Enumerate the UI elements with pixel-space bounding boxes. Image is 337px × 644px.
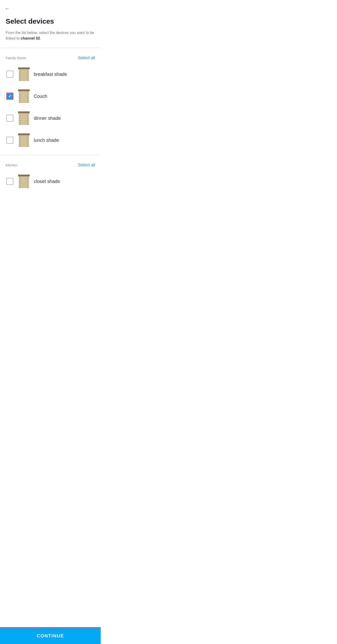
back-arrow-icon: ←: [5, 6, 10, 12]
shade-icon: [18, 174, 30, 188]
shade-icon: [18, 68, 30, 81]
closet-shade-checkbox[interactable]: [6, 177, 14, 186]
device-name: breakfast shade: [34, 72, 67, 77]
list-item: lunch shade: [5, 129, 96, 151]
shade-top: [18, 112, 30, 113]
divider-kitchen: [0, 155, 101, 155]
back-button[interactable]: ←: [0, 0, 101, 12]
kitchen-title: Kitchen: [6, 163, 17, 167]
shade-icon: [18, 134, 30, 147]
page-subtitle: From the list below, select the devices …: [6, 30, 95, 41]
shade-body: [19, 135, 29, 147]
channel-name: channel 02: [21, 36, 40, 40]
shade-body: [19, 176, 29, 188]
page-header: Select devices From the list below, sele…: [0, 12, 101, 44]
section-family-room: Family Room Select all breakfast shade C: [0, 52, 101, 151]
family-room-select-all[interactable]: Select all: [78, 56, 95, 60]
list-item: Couch: [5, 85, 96, 107]
kitchen-header: Kitchen Select all: [5, 159, 96, 170]
list-item: breakfast shade: [5, 63, 96, 85]
shade-top: [18, 90, 30, 91]
content-area: Family Room Select all breakfast shade C: [0, 48, 101, 211]
shade-body: [19, 69, 29, 81]
couch-checkbox[interactable]: [6, 92, 14, 100]
device-name: lunch shade: [34, 138, 59, 143]
divider-top: [0, 48, 101, 48]
list-item: closet shade: [5, 170, 96, 192]
section-kitchen: Kitchen Select all closet shade: [0, 159, 101, 192]
checkbox-unchecked: [6, 71, 13, 78]
checkbox-unchecked: [6, 178, 13, 185]
shade-icon: [18, 112, 30, 125]
list-item: dinner shade: [5, 107, 96, 129]
subtitle-end: .: [40, 36, 41, 40]
lunch-shade-checkbox[interactable]: [6, 136, 14, 144]
family-room-header: Family Room Select all: [5, 52, 96, 63]
subtitle-text: From the list below, select the devices …: [6, 31, 94, 40]
kitchen-select-all[interactable]: Select all: [78, 163, 95, 168]
device-name: closet shade: [34, 179, 60, 184]
shade-top: [18, 134, 30, 135]
family-room-title: Family Room: [6, 56, 26, 60]
shade-body: [19, 91, 29, 103]
page-title: Select devices: [6, 17, 95, 25]
device-name: Couch: [34, 94, 47, 99]
dinner-shade-checkbox[interactable]: [6, 114, 14, 122]
shade-top: [18, 68, 30, 69]
checkbox-unchecked: [6, 137, 13, 144]
device-name: dinner shade: [34, 116, 61, 121]
shade-body: [19, 113, 29, 125]
breakfast-shade-checkbox[interactable]: [6, 70, 14, 78]
shade-icon: [18, 90, 30, 103]
checkbox-unchecked: [6, 115, 13, 122]
shade-top: [18, 174, 30, 176]
checkbox-checked: [6, 93, 13, 100]
